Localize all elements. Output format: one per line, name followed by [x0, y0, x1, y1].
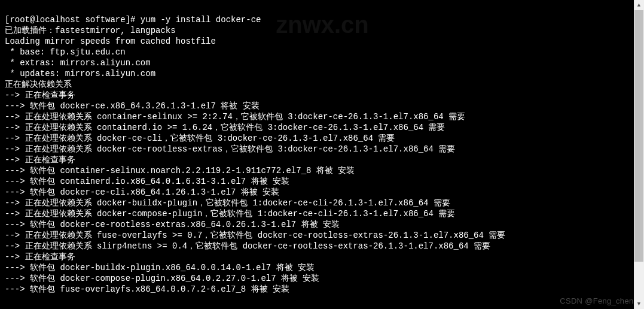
- output-line: ---> 软件包 docker-ce.x86_64.3.26.1.3-1.el7…: [5, 101, 260, 111]
- output-line: --> 正在处理依赖关系 fuse-overlayfs >= 0.7，它被软件包…: [5, 231, 505, 240]
- output-line: ---> 软件包 containerd.io.x86_64.0.1.6.31-3…: [5, 177, 289, 186]
- output-line: --> 正在检查事务: [5, 252, 75, 262]
- output-line: ---> 软件包 docker-compose-plugin.x86_64.0.…: [5, 274, 319, 283]
- output-line: --> 正在处理依赖关系 docker-ce-cli，它被软件包 3:docke…: [5, 134, 395, 143]
- output-line: ---> 软件包 docker-ce-cli.x86_64.1.26.1.3-1…: [5, 187, 279, 197]
- output-line: ---> 软件包 container-selinux.noarch.2.2.11…: [5, 166, 355, 175]
- output-line: Loading mirror speeds from cached hostfi…: [5, 37, 216, 46]
- output-line: 已加载插件：fastestmirror, langpacks: [5, 26, 176, 35]
- output-line: * base: ftp.sjtu.edu.cn: [5, 47, 126, 57]
- output-line: * extras: mirrors.aliyun.com: [5, 58, 151, 68]
- output-line: 正在解决依赖关系: [5, 80, 72, 89]
- output-line: --> 正在处理依赖关系 container-selinux >= 2:2.74…: [5, 112, 465, 122]
- output-line: --> 正在处理依赖关系 slirp4netns >= 0.4，它被软件包 do…: [5, 241, 490, 251]
- prompt-command: yum -y install docker-ce: [141, 15, 261, 25]
- scroll-up-button[interactable]: ▲: [634, 0, 644, 10]
- output-line: --> 正在处理依赖关系 docker-ce-rootless-extras，它…: [5, 144, 455, 154]
- output-line: ---> 软件包 fuse-overlayfs.x86_64.0.0.7.2-6…: [5, 284, 289, 294]
- output-line: --> 正在检查事务: [5, 90, 75, 100]
- scroll-thumb[interactable]: [634, 10, 643, 262]
- output-line: ---> 软件包 docker-buildx-plugin.x86_64.0.0…: [5, 263, 315, 272]
- scroll-down-button[interactable]: ▼: [634, 299, 644, 309]
- output-line: --> 正在检查事务: [5, 155, 75, 165]
- shell-prompt: [root@localhost software]# yum -y instal…: [5, 15, 261, 25]
- vertical-scrollbar[interactable]: ▲ ▼: [634, 0, 644, 309]
- output-line: --> 正在处理依赖关系 docker-compose-plugin，它被软件包…: [5, 209, 455, 219]
- terminal-output[interactable]: [root@localhost software]# yum -y instal…: [0, 0, 644, 298]
- output-line: ---> 软件包 docker-ce-rootless-extras.x86_6…: [5, 220, 340, 229]
- output-line: --> 正在处理依赖关系 docker-buildx-plugin，它被软件包 …: [5, 198, 450, 208]
- output-line: --> 正在处理依赖关系 containerd.io >= 1.6.24，它被软…: [5, 123, 445, 132]
- output-line: * updates: mirrors.aliyun.com: [5, 69, 155, 78]
- prompt-userhost: [root@localhost software]#: [5, 15, 141, 25]
- scroll-track[interactable]: [634, 10, 644, 299]
